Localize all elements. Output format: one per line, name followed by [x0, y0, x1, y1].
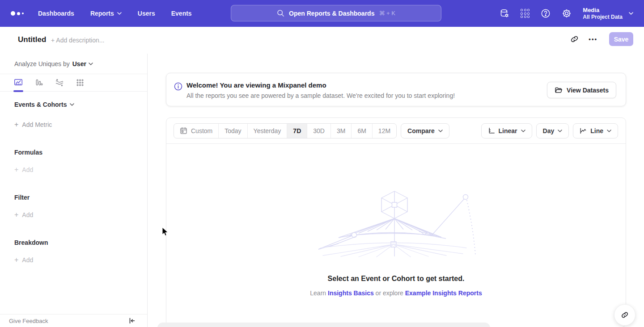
calendar-icon: [180, 127, 187, 134]
example-insights-reports-link[interactable]: Example Insights Reports: [405, 289, 482, 297]
range-yesterday[interactable]: Yesterday: [248, 124, 288, 138]
range-custom-label: Custom: [191, 127, 212, 134]
range-7d[interactable]: 7D: [287, 124, 307, 138]
analyze-by-dropdown[interactable]: User: [72, 60, 93, 67]
data-management-icon[interactable]: [500, 8, 509, 18]
banner-subtitle: All the reports you see are powered by a…: [186, 92, 455, 99]
chevron-down-icon: [70, 103, 74, 106]
banner-title: Welcome! You are viewing a Mixpanel demo: [186, 81, 326, 89]
link-icon: [621, 311, 629, 319]
scale-label: Linear: [499, 127, 517, 134]
chevron-down-icon: [117, 12, 122, 15]
project-scope: All Project Data: [583, 14, 623, 21]
selected-tab-indicator: [13, 90, 23, 92]
range-12m[interactable]: 12M: [373, 124, 396, 138]
breakdown-section: Breakdown: [0, 239, 147, 246]
plus-icon: +: [14, 121, 18, 129]
search-icon: [277, 9, 284, 17]
folder-icon: [555, 86, 563, 94]
chevron-down-icon: [438, 130, 443, 132]
search-shortcut: ⌘ + K: [379, 10, 395, 17]
chart-type-label: Line: [590, 127, 603, 134]
interval-dropdown[interactable]: Day: [536, 123, 569, 138]
add-description-field[interactable]: + Add description...: [51, 37, 104, 44]
or-explore-text: or explore: [376, 289, 403, 297]
formulas-section: Formulas: [0, 149, 147, 156]
query-builder-sidebar: Analyze Uniques by User: [0, 54, 148, 327]
range-3m[interactable]: 3M: [331, 124, 352, 138]
visualization-tabs: [0, 74, 147, 92]
empty-state-title: Select an Event or Cohort to get started…: [166, 275, 626, 283]
apps-grid-icon[interactable]: [521, 9, 530, 18]
tab-flows[interactable]: [55, 78, 64, 87]
chart-controls-row: Custom Today Yesterday 7D 30D 3M 6M 12M …: [166, 118, 626, 144]
linear-axis-icon: [488, 127, 495, 134]
plus-icon: +: [14, 211, 18, 219]
sidebar-footer: Give Feedback: [0, 314, 147, 327]
view-datasets-button[interactable]: View Datasets: [547, 82, 616, 98]
bottom-panel-edge: [157, 323, 490, 327]
analyze-uniques-row: Analyze Uniques by User: [0, 54, 147, 74]
insights-basics-link[interactable]: Insights Basics: [328, 289, 374, 297]
interval-label: Day: [543, 127, 555, 134]
mixpanel-logo-icon[interactable]: [11, 11, 24, 16]
add-filter-label: Add: [22, 211, 33, 218]
analyze-label: Analyze Uniques by: [14, 60, 70, 67]
tab-retention-grid[interactable]: [76, 78, 85, 87]
chevron-down-icon: [521, 130, 525, 132]
formulas-label: Formulas: [14, 149, 42, 156]
filter-section: Filter: [0, 194, 147, 201]
add-metric-label: Add Metric: [22, 121, 52, 128]
chevron-down-icon: [607, 130, 611, 132]
add-breakdown-button[interactable]: + Add: [0, 256, 147, 264]
save-button[interactable]: Save: [609, 32, 633, 46]
breakdown-label: Breakdown: [14, 239, 48, 246]
report-title[interactable]: Untitled: [18, 35, 46, 44]
events-cohorts-section[interactable]: Events & Cohorts: [0, 101, 147, 108]
info-icon: [174, 82, 182, 91]
add-filter-button[interactable]: + Add: [0, 211, 147, 219]
collapse-sidebar-icon[interactable]: [128, 317, 136, 324]
chevron-down-icon: [629, 12, 633, 15]
add-breakdown-label: Add: [22, 256, 33, 264]
range-today[interactable]: Today: [219, 124, 247, 138]
plus-icon: +: [14, 256, 18, 264]
header-actions: ••• Save: [570, 32, 633, 46]
nav-users[interactable]: Users: [138, 10, 155, 17]
nav-reports-label: Reports: [90, 10, 114, 17]
tab-bar-chart[interactable]: [34, 78, 43, 87]
empty-state-subtitle: Learn Insights Basics or explore Example…: [166, 289, 626, 297]
search-input[interactable]: Open Reports & Dashboards ⌘ + K: [231, 5, 441, 21]
settings-gear-icon[interactable]: [562, 8, 572, 18]
chevron-down-icon: [89, 63, 93, 65]
search-placeholder: Open Reports & Dashboards: [289, 10, 374, 17]
top-nav: Dashboards Reports Users Events Open Rep…: [0, 0, 644, 27]
range-6m[interactable]: 6M: [352, 124, 372, 138]
report-header: Untitled + Add description... ••• Save: [0, 27, 644, 54]
plus-icon: +: [14, 166, 18, 174]
compare-button[interactable]: Compare: [401, 123, 449, 138]
add-formula-button[interactable]: + Add: [0, 166, 147, 174]
nav-events[interactable]: Events: [171, 10, 192, 17]
add-metric-button[interactable]: + Add Metric: [0, 121, 147, 129]
scale-dropdown[interactable]: Linear: [481, 123, 532, 138]
nav-reports[interactable]: Reports: [90, 10, 122, 17]
copy-link-icon[interactable]: [570, 35, 579, 43]
help-icon[interactable]: [541, 8, 551, 18]
add-formula-label: Add: [22, 166, 33, 173]
chart-type-dropdown[interactable]: Line: [573, 123, 618, 138]
chevron-down-icon: [558, 130, 562, 132]
more-options-button[interactable]: •••: [589, 36, 597, 42]
nav-dashboards[interactable]: Dashboards: [38, 10, 74, 17]
compare-label: Compare: [407, 127, 435, 134]
tab-insights-line[interactable]: [14, 78, 23, 87]
learn-prefix: Learn: [310, 289, 326, 297]
chart-display-controls: Linear Day Line: [481, 123, 618, 138]
nav-right-cluster: Media All Project Data: [500, 0, 633, 27]
give-feedback-link[interactable]: Give Feedback: [9, 318, 48, 324]
share-link-fab[interactable]: [614, 304, 636, 326]
events-cohorts-label: Events & Cohorts: [14, 101, 67, 108]
range-custom[interactable]: Custom: [174, 124, 219, 138]
project-selector[interactable]: Media All Project Data: [583, 6, 633, 21]
range-30d[interactable]: 30D: [307, 124, 331, 138]
